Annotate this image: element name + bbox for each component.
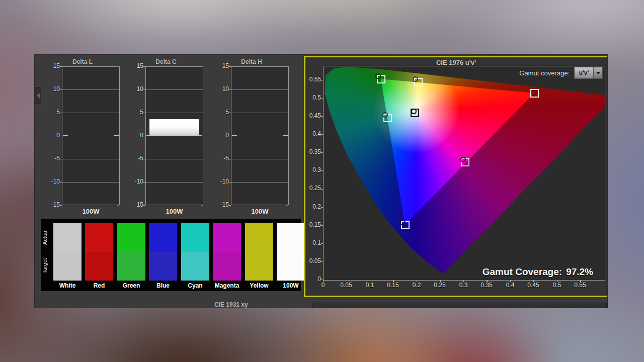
cie-1976-panel[interactable]: CIE 1976 u'v' 0 0.05 0.1 0.15 0.2 0.25 0… [304,56,608,297]
swatch-cyan: Cyan [181,223,209,289]
y-tick-label: 5 [128,109,143,116]
target-row-label: Target [41,251,48,281]
swatch-target [181,252,209,281]
y-tick-label: 0.2 [305,203,321,210]
swatch-actual [53,223,82,252]
sidebar-collapse-handle[interactable] [35,87,41,104]
dropdown-selected-value: u'v' [575,67,593,78]
y-tick-label: -15 [214,201,229,208]
swatch-label: Yellow [241,282,277,289]
x-tick-label: 0.15 [383,282,403,289]
marker-cyan-circle [382,112,388,118]
cie-chart-title: CIE 1976 u'v' [305,59,607,66]
marker-yellow-circle [413,76,418,82]
swatch-actual [149,223,177,252]
y-tick-label: -5 [214,155,229,162]
swatch-red: Red [85,223,113,289]
y-tick-label: 10 [214,85,229,93]
delta-h-chart[interactable]: Delta H 15 10 5 0 -5 -10 -15 100W [214,57,289,216]
y-tick-label: 0.25 [305,185,321,192]
collapse-left-arrow-icon [37,93,40,98]
swatch-blue: Blue [149,223,177,289]
swatch-target [213,252,241,281]
cie-1931-section-panel [312,303,607,308]
x-tick-label: 0.5 [547,282,567,289]
swatch-label: Red [81,282,117,289]
x-tick-label: 0.3 [453,282,473,289]
dropdown-arrow-icon [593,67,602,78]
y-axis-right-ticks [201,66,203,206]
y-tick-label: 5 [214,109,229,116]
swatch-target [149,252,177,281]
y-tick-label: 10 [45,85,60,93]
x-axis-label: 100W [145,208,203,215]
actual-row-label: Actual [41,223,48,251]
swatch-target [245,252,273,281]
y-tick-label: 15 [214,62,229,69]
zero-line-dash [146,135,151,136]
x-tick-label: 0.4 [500,282,520,289]
marker-blue-circle [400,220,406,225]
y-tick-label: 0.35 [305,148,321,155]
plot-area [145,66,203,205]
y-tick-label: 0 [128,132,143,139]
y-tick-label: 10 [128,85,143,93]
swatch-white: White [53,223,82,289]
delta-l-chart[interactable]: Delta L 15 10 5 0 -5 -10 -15 100W [45,57,120,216]
y-tick-label: -10 [214,178,229,185]
y-tick-label: -15 [45,201,60,208]
swatch-actual [181,223,209,252]
plot-area [231,66,289,205]
swatch-green: Green [117,223,145,289]
y-tick-label: 0 [45,132,60,139]
marker-green-circle [375,73,381,79]
y-tick-label: 15 [45,62,60,69]
swatch-100w: 100W [277,223,305,289]
y-tick-label: -5 [45,155,60,162]
x-tick-label: 0 [313,282,333,289]
y-tick-label: 0 [214,132,229,139]
cie-1931-section-title: CIE 1931 xy [214,301,248,308]
marker-white-circle [411,109,417,114]
gamut-coverage-dropdown[interactable]: u'v' [574,67,603,79]
y-tick-label: 0.1 [305,239,321,246]
x-axis-label: 100W [231,208,289,215]
swatch-actual [245,223,273,252]
x-tick-label: 0.35 [476,282,497,289]
y-tick-label: 5 [45,109,60,116]
delta-c-chart[interactable]: Delta C 15 10 5 0 -5 -10 -15 100W [128,57,204,216]
y-axis-right-ticks [286,66,288,206]
swatch-magenta: Magenta [213,223,241,289]
x-tick-label: 0.1 [360,282,380,289]
color-swatch-panel: Actual Target White Red Green Blue Cyan … [41,219,301,291]
y-tick-label: 0.45 [305,112,321,119]
swatch-yellow: Yellow [245,223,273,289]
y-tick-label: 0.4 [305,130,321,137]
zero-line-dash [283,135,288,136]
swatch-label: Cyan [177,282,213,289]
delta-c-bar [149,119,199,137]
x-axis-ticks [323,280,583,282]
gamut-coverage-readout: Gamut Coverage:97.2% [482,266,593,278]
y-tick-label: 0.3 [305,166,321,173]
y-tick-label: -10 [45,178,60,185]
zero-line-dash [63,135,68,136]
swatch-actual [277,223,305,252]
gamut-coverage-value: 97.2% [566,266,593,277]
x-tick-label: 0.05 [336,282,356,289]
x-tick-label: 0.45 [523,282,543,289]
y-tick-label: -15 [128,201,143,208]
swatch-target [85,252,113,281]
swatch-target [117,252,145,281]
y-tick-label: -5 [128,155,143,162]
x-tick-label: 0.2 [407,282,427,289]
y-tick-label: 0.5 [305,94,321,101]
swatch-actual [85,223,113,252]
gamut-coverage-label: Gamut Coverage: [482,266,562,277]
y-tick-label: 15 [128,62,143,69]
zero-line-dash [114,135,119,136]
marker-red-circle [531,90,537,96]
swatch-label: White [49,282,86,289]
x-tick-label: 0.55 [570,282,590,289]
x-tick-label: 0.25 [430,282,450,289]
